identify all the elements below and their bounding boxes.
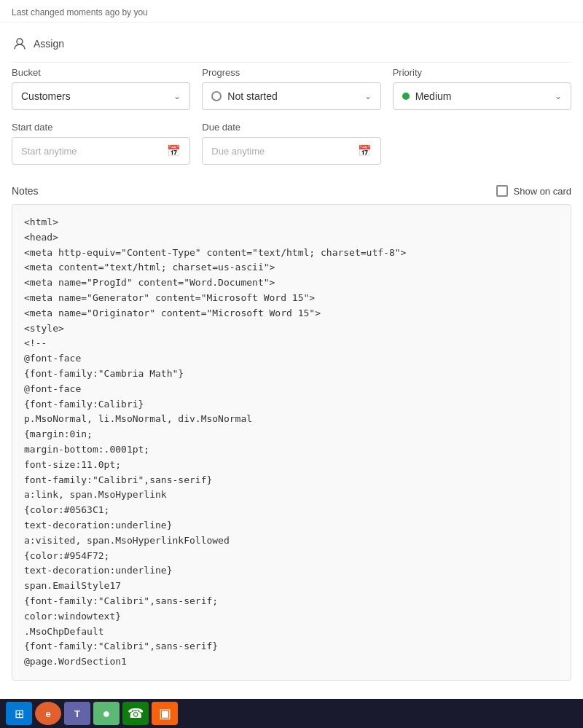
fields-section: Bucket Customers ⌄ Progress Not started …: [0, 67, 583, 185]
bucket-dropdown[interactable]: Customers ⌄: [12, 82, 190, 110]
due-date-input[interactable]: Due anytime 📅: [202, 137, 380, 165]
app5-icon: ▣: [159, 705, 171, 721]
due-date-field: Due date Due anytime 📅: [202, 122, 380, 165]
last-changed-text: Last changed moments ago by you: [12, 7, 571, 17]
bucket-dropdown-left: Customers: [21, 90, 71, 102]
start-date-label: Start date: [12, 122, 190, 133]
notes-content[interactable]: <html> <head> <meta http-equiv="Content-…: [12, 204, 571, 681]
taskbar: ⊞ e T ● ☎ ▣: [0, 699, 583, 728]
taskbar-phone-button[interactable]: ☎: [122, 702, 149, 725]
bucket-field: Bucket Customers ⌄: [12, 67, 190, 110]
notes-label: Notes: [12, 185, 39, 197]
start-date-field: Start date Start anytime 📅: [12, 122, 190, 165]
notes-header: Notes Show on card: [12, 185, 571, 197]
bucket-value: Customers: [21, 90, 71, 102]
priority-dot-icon: [402, 93, 410, 100]
bucket-label: Bucket: [12, 67, 190, 78]
priority-chevron-icon: ⌄: [555, 91, 562, 101]
progress-chevron-icon: ⌄: [364, 91, 372, 101]
top-bar: Last changed moments ago by you: [0, 0, 583, 23]
taskbar-app5-button[interactable]: ▣: [152, 702, 178, 725]
due-date-placeholder: Due anytime: [211, 146, 265, 157]
due-date-label: Due date: [202, 122, 380, 133]
taskbar-browser-button[interactable]: e: [35, 702, 61, 725]
start-date-input[interactable]: Start anytime 📅: [12, 137, 190, 165]
browser-icon: e: [45, 708, 50, 719]
windows-icon: ⊞: [15, 707, 24, 721]
progress-dropdown[interactable]: Not started ⌄: [202, 82, 380, 110]
priority-dropdown[interactable]: Medium ⌄: [393, 82, 571, 110]
assign-section: Assign: [0, 23, 583, 62]
fields-row-2: Start date Start anytime 📅 Due date Due …: [12, 122, 571, 165]
start-date-placeholder: Start anytime: [21, 146, 77, 157]
separator: [12, 62, 571, 63]
priority-dropdown-left: Medium: [402, 90, 452, 102]
bucket-chevron-icon: ⌄: [173, 91, 181, 101]
progress-value: Not started: [227, 90, 277, 102]
priority-value: Medium: [415, 90, 452, 102]
assign-label: Assign: [34, 38, 64, 50]
progress-dropdown-left: Not started: [211, 90, 277, 102]
priority-field: Priority Medium ⌄: [393, 67, 571, 110]
app3-icon: ●: [103, 706, 111, 721]
progress-label: Progress: [202, 67, 380, 78]
priority-label: Priority: [393, 67, 571, 78]
taskbar-windows-button[interactable]: ⊞: [6, 702, 32, 725]
svg-point-0: [17, 39, 23, 44]
taskbar-teams-button[interactable]: T: [64, 702, 90, 725]
taskbar-app3-button[interactable]: ●: [93, 702, 120, 725]
fields-row-1: Bucket Customers ⌄ Progress Not started …: [12, 67, 571, 110]
start-date-calendar-icon: 📅: [167, 144, 181, 157]
due-date-calendar-icon: 📅: [358, 144, 372, 157]
show-on-card-control[interactable]: Show on card: [496, 185, 572, 197]
show-on-card-label: Show on card: [514, 186, 572, 197]
assign-button[interactable]: Assign: [12, 33, 64, 55]
notes-section: Notes Show on card <html> <head> <meta h…: [0, 185, 583, 692]
phone-icon: ☎: [128, 705, 144, 721]
teams-icon: T: [74, 708, 80, 719]
progress-field: Progress Not started ⌄: [202, 67, 380, 110]
progress-circle-icon: [211, 91, 222, 101]
assign-person-icon: [12, 36, 28, 52]
show-on-card-checkbox[interactable]: [496, 185, 508, 197]
